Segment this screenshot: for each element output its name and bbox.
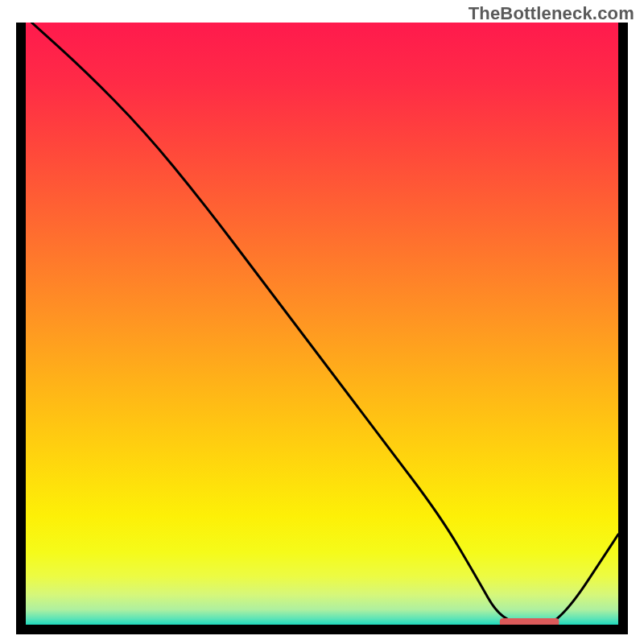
plot-area (16, 23, 628, 634)
watermark-text: TheBottleneck.com (469, 3, 634, 24)
chart-stage: TheBottleneck.com (0, 0, 644, 644)
chart-svg (16, 23, 628, 634)
gradient-background (21, 23, 623, 625)
